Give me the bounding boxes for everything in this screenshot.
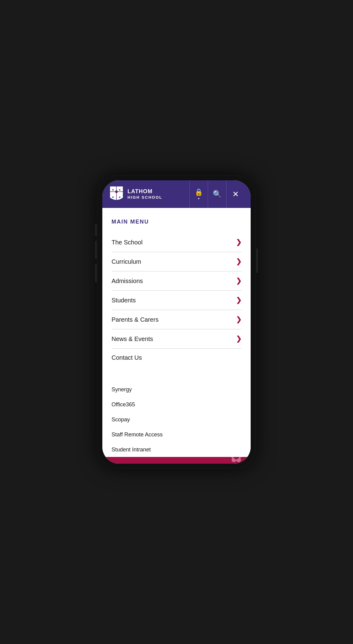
svg-point-2: [115, 190, 118, 193]
svg-text:✦: ✦: [112, 188, 114, 192]
lock-icon: 🔒: [195, 188, 203, 196]
silent-switch[interactable]: [95, 264, 97, 282]
school-logo: ✦ ✦ ✦ ✦: [108, 185, 124, 203]
svg-text:✿: ✿: [229, 447, 243, 464]
secondary-links-list: Synergy Office365 Scopay Staff Remote Ac…: [112, 379, 241, 457]
nav-item-label: Parents & Carers: [112, 316, 158, 323]
close-icon: ✕: [232, 190, 239, 199]
nav-item-the-school[interactable]: The School ❯: [112, 233, 241, 252]
power-button[interactable]: [256, 248, 258, 273]
volume-up-button[interactable]: [95, 224, 97, 236]
nav-chevron-icon: ❯: [236, 296, 241, 304]
lock-chevron-icon: ▾: [198, 197, 199, 200]
logo-area[interactable]: ✦ ✦ ✦ ✦ LATHOM HIGH SCHOOL: [108, 185, 189, 203]
nav-chevron-icon: ❯: [236, 238, 241, 246]
nav-item-label: News & Events: [112, 335, 153, 343]
nav-item-label: Students: [112, 297, 136, 304]
secondary-link-office365[interactable]: Office365: [112, 397, 241, 412]
nav-chevron-icon: ❯: [236, 277, 241, 285]
nav-item-label: Curriculum: [112, 258, 141, 265]
nav-chevron-icon: ❯: [236, 335, 241, 343]
site-header: ✦ ✦ ✦ ✦ LATHOM HIGH SCHOOL 🔒 ▾: [102, 180, 251, 208]
secondary-link-label: Staff Remote Access: [112, 431, 163, 438]
nav-item-students[interactable]: Students ❯: [112, 291, 241, 310]
nav-item-contact-us[interactable]: Contact Us: [112, 349, 241, 367]
secondary-link-student-intranet[interactable]: Student Intranet: [112, 442, 241, 457]
search-icon: 🔍: [213, 190, 222, 198]
nav-item-label: Contact Us: [112, 354, 142, 361]
main-content: MAIN MENU The School ❯ Curriculum ❯ Admi…: [102, 208, 251, 457]
secondary-link-label: Synergy: [112, 386, 132, 393]
volume-down-button[interactable]: [95, 241, 97, 259]
secondary-link-staff-remote[interactable]: Staff Remote Access: [112, 427, 241, 442]
header-icons: 🔒 ▾ 🔍 ✕: [189, 180, 245, 208]
footer-decoration-icon: ✿: [229, 445, 248, 464]
svg-text:✦: ✦: [112, 195, 114, 199]
secondary-link-label: Student Intranet: [112, 447, 151, 453]
phone-screen: ✦ ✦ ✦ ✦ LATHOM HIGH SCHOOL 🔒 ▾: [102, 180, 251, 464]
main-nav-menu: The School ❯ Curriculum ❯ Admissions ❯ S…: [112, 233, 241, 367]
school-name-text: LATHOM HIGH SCHOOL: [127, 188, 162, 200]
search-button[interactable]: 🔍: [208, 180, 226, 208]
close-button[interactable]: ✕: [226, 180, 245, 208]
phone-frame: ✦ ✦ ✦ ✦ LATHOM HIGH SCHOOL 🔒 ▾: [97, 175, 256, 469]
secondary-link-synergy[interactable]: Synergy: [112, 382, 241, 397]
nav-item-admissions[interactable]: Admissions ❯: [112, 271, 241, 291]
footer-bar: ✿: [102, 457, 251, 464]
secondary-link-label: Scopay: [112, 416, 130, 423]
nav-chevron-icon: ❯: [236, 316, 241, 324]
svg-text:✦: ✦: [118, 195, 121, 199]
nav-item-parents-carers[interactable]: Parents & Carers ❯: [112, 310, 241, 329]
nav-item-curriculum[interactable]: Curriculum ❯: [112, 252, 241, 271]
secondary-link-label: Office365: [112, 401, 135, 408]
nav-chevron-icon: ❯: [236, 258, 241, 266]
nav-item-news-events[interactable]: News & Events ❯: [112, 329, 241, 349]
lock-button[interactable]: 🔒 ▾: [189, 180, 208, 208]
svg-text:✦: ✦: [118, 188, 121, 192]
nav-item-label: Admissions: [112, 278, 143, 285]
main-menu-title: MAIN MENU: [112, 219, 241, 225]
secondary-link-scopay[interactable]: Scopay: [112, 412, 241, 427]
nav-item-label: The School: [112, 239, 142, 246]
